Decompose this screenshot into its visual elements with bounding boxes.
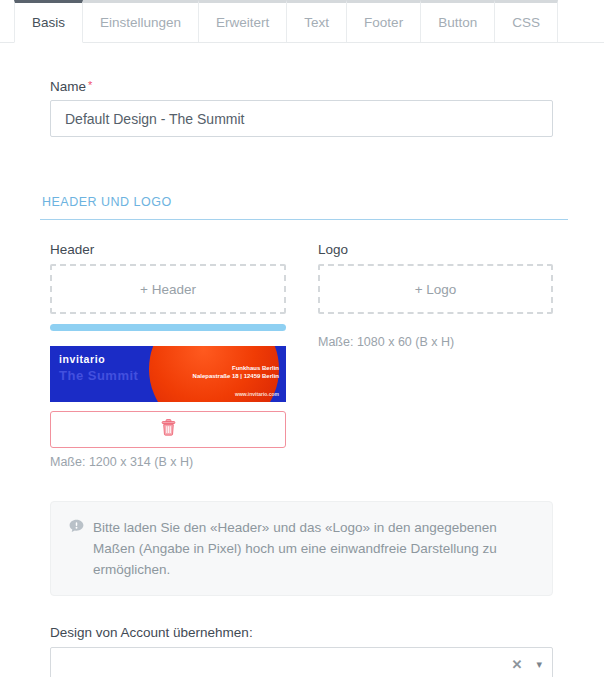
name-input[interactable] bbox=[50, 100, 553, 137]
banner-brand-logo: invitario bbox=[59, 353, 105, 365]
tab-basis[interactable]: Basis bbox=[14, 0, 83, 43]
header-upload-column: Header + Header invitario The Summit Fun… bbox=[50, 242, 286, 469]
tab-button[interactable]: Button bbox=[420, 0, 495, 42]
tab-panel-basis: Name* HEADER UND LOGO Header + Header in… bbox=[0, 79, 604, 677]
logo-upload-dropzone[interactable]: + Logo bbox=[318, 264, 553, 314]
banner-address: Funkhaus Berlin Nalepastraße 18 | 12459 … bbox=[193, 364, 279, 380]
banner-event-title: The Summit bbox=[59, 368, 138, 383]
tab-erweitert[interactable]: Erweitert bbox=[198, 0, 287, 42]
header-label: Header bbox=[50, 242, 286, 257]
clear-x-icon[interactable]: ✕ bbox=[512, 657, 523, 672]
required-asterisk: * bbox=[88, 79, 92, 91]
header-dimensions-hint: Maße: 1200 x 314 (B x H) bbox=[50, 455, 286, 469]
tab-text[interactable]: Text bbox=[286, 0, 347, 42]
info-note-box: Bitte laden Sie den «Header» und das «Lo… bbox=[50, 501, 553, 596]
banner-address-line2: Nalepastraße 18 | 12459 Berlin bbox=[193, 372, 279, 380]
tab-bar: Basis Einstellungen Erweitert Text Foote… bbox=[0, 0, 604, 43]
tab-css[interactable]: CSS bbox=[494, 0, 558, 42]
section-header-und-logo: HEADER UND LOGO bbox=[40, 192, 568, 220]
name-label-text: Name bbox=[50, 79, 86, 94]
account-design-label: Design von Account übernehmen: bbox=[50, 625, 553, 640]
banner-website: www.invitario.com bbox=[235, 391, 279, 397]
section-title: HEADER UND LOGO bbox=[42, 195, 172, 209]
logo-upload-column: Logo + Logo Maße: 1080 x 60 (B x H) bbox=[318, 242, 553, 469]
tab-einstellungen[interactable]: Einstellungen bbox=[82, 0, 199, 42]
header-upload-dropzone[interactable]: + Header bbox=[50, 264, 286, 314]
trash-icon bbox=[161, 419, 176, 440]
delete-header-button[interactable] bbox=[50, 411, 286, 448]
logo-label: Logo bbox=[318, 242, 553, 257]
account-design-select[interactable]: ✕ ▾ bbox=[50, 647, 553, 677]
chevron-down-icon[interactable]: ▾ bbox=[536, 658, 542, 671]
info-note-text: Bitte laden Sie den «Header» und das «Lo… bbox=[93, 517, 532, 580]
upload-progress-bar bbox=[50, 324, 286, 331]
speech-bubble-icon bbox=[69, 519, 84, 580]
header-preview-image: invitario The Summit Funkhaus Berlin Nal… bbox=[50, 346, 286, 402]
logo-dimensions-hint: Maße: 1080 x 60 (B x H) bbox=[318, 335, 553, 349]
tab-footer[interactable]: Footer bbox=[346, 0, 421, 42]
banner-address-line1: Funkhaus Berlin bbox=[193, 364, 279, 372]
name-label: Name* bbox=[50, 79, 553, 94]
